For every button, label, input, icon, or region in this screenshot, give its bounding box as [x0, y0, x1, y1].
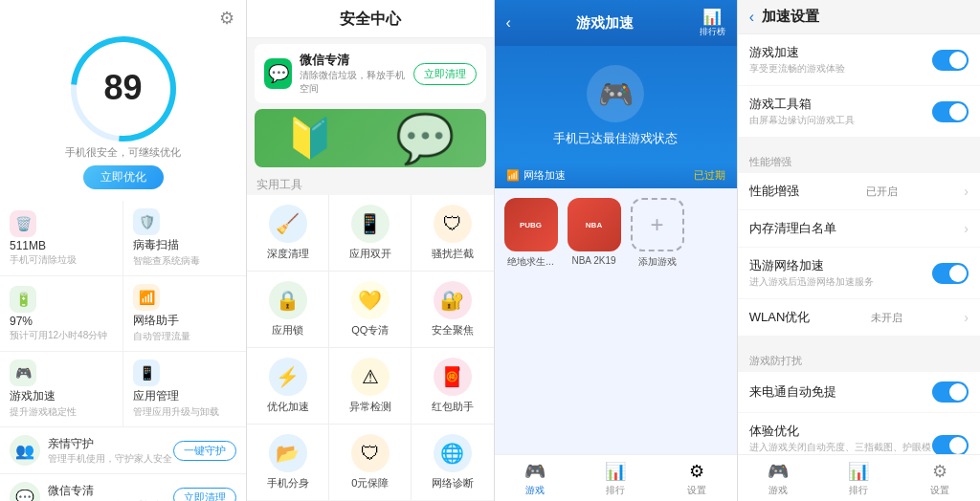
- item-sub-0-0: 享受更流畅的游戏体验: [749, 62, 845, 76]
- tool-label-11: 网络诊断: [432, 476, 474, 490]
- settings-item-1-1[interactable]: 内存清理白名单 ›: [738, 210, 980, 248]
- tool-item-9[interactable]: 📂 手机分身: [247, 425, 328, 500]
- family-guard-row[interactable]: 👥 亲情守护 管理手机使用，守护家人安全 一键守护: [10, 435, 236, 466]
- item-sub-0-1: 由屏幕边缘访问游戏工具: [749, 114, 855, 127]
- wechat-promo-icon: 💬: [395, 111, 455, 166]
- status-1-3: 未开启: [871, 311, 902, 325]
- wechat-banner[interactable]: 💬 微信专清 清除微信垃圾，释放手机空间 立即清理: [255, 44, 485, 103]
- p4-nav-game[interactable]: 🎮 游戏: [738, 455, 818, 501]
- game-boost-header: ‹ 游戏加速 📊 排行榜: [495, 0, 737, 46]
- settings-item-0-0[interactable]: 游戏加速 享受更流畅的游戏体验: [738, 34, 980, 86]
- score-value: 89: [104, 71, 143, 105]
- wechat-clean-left: 💬 微信专清 清除微信垃圾，释放手机空间: [10, 482, 172, 501]
- nav-game-label: 游戏: [525, 484, 545, 497]
- chevron-1-3: ›: [964, 310, 969, 325]
- tool-item-4[interactable]: 💛 QQ专清: [329, 272, 411, 347]
- games-list: PUBG 绝地求生... NBA NBA 2K19 + 添加游戏: [495, 188, 737, 454]
- family-guard-info: 亲情守护 管理手机使用，守护家人安全: [48, 436, 172, 466]
- settings-item-2-0[interactable]: 来电通自动免提: [738, 372, 980, 413]
- section-group-2: 来电通自动免提 体验优化 进入游戏关闭自动亮度、三指截图、护眼模式 防误触 防止…: [738, 372, 980, 454]
- settings-item-1-2[interactable]: 迅游网络加速 进入游戏后迅游网络加速服务: [738, 248, 980, 299]
- wechat-clean-button[interactable]: 立即清理: [173, 488, 236, 502]
- storage-icon: 🗑️: [10, 210, 36, 237]
- network-title: 网络助手: [133, 313, 236, 329]
- security-center-header: 安全中心: [247, 0, 493, 38]
- panel-boost-settings: ‹ 加速设置 游戏加速 享受更流畅的游戏体验 游戏工具箱 由屏幕边缘访问游戏工具…: [738, 0, 980, 501]
- tool-item-1[interactable]: 📱 应用双开: [329, 195, 411, 271]
- settings-item-0-1[interactable]: 游戏工具箱 由屏幕边缘访问游戏工具: [738, 86, 980, 138]
- game-boost-cell[interactable]: 🎮 游戏加速 提升游戏稳定性: [0, 352, 122, 426]
- wechat-clean-row[interactable]: 💬 微信专清 清除微信垃圾，释放手机空间 立即清理: [10, 482, 236, 501]
- tool-icon-5: 🔐: [434, 281, 472, 319]
- app-manager-title: 应用管理: [133, 388, 236, 404]
- p4-nav-rank[interactable]: 📊 排行: [818, 455, 899, 501]
- section-group-0: 游戏加速 享受更流畅的游戏体验 游戏工具箱 由屏幕边缘访问游戏工具: [738, 34, 980, 138]
- tool-item-5[interactable]: 🔐 安全聚焦: [412, 272, 493, 347]
- item-text-1-1: 内存清理白名单: [749, 220, 836, 237]
- tool-icon-8: 🧧: [434, 358, 472, 396]
- nav-settings[interactable]: ⚙ 设置: [656, 455, 736, 501]
- network-bar-status: 已过期: [694, 168, 725, 183]
- tool-icon-0: 🧹: [269, 205, 307, 243]
- tool-item-7[interactable]: ⚠ 异常检测: [329, 348, 411, 424]
- section-header-2: 游戏防打扰: [738, 344, 980, 372]
- nav-game[interactable]: 🎮 游戏: [495, 455, 575, 501]
- settings-item-2-1[interactable]: 体验优化 进入游戏关闭自动亮度、三指截图、护眼模式: [738, 413, 980, 454]
- p4-nav-settings[interactable]: ⚙ 设置: [900, 455, 980, 501]
- game-boost-nav: 🎮 游戏 📊 排行 ⚙ 设置: [495, 454, 737, 501]
- toggle-1-2[interactable]: [932, 263, 969, 284]
- virus-scan-cell[interactable]: 🛡️ 病毒扫描 智能查系统病毒: [123, 201, 246, 275]
- wechat-banner-button[interactable]: 立即清理: [413, 63, 477, 85]
- leaderboard-icon[interactable]: 📊: [702, 8, 722, 26]
- tool-item-8[interactable]: 🧧 红包助手: [412, 348, 493, 424]
- game-boost-sub: 提升游戏稳定性: [10, 405, 113, 419]
- tool-icon-2: 🛡: [434, 205, 472, 243]
- green-promo-banner: 🔰 💬: [255, 109, 485, 167]
- family-guard-left: 👥 亲情守护 管理手机使用，守护家人安全: [10, 435, 172, 466]
- settings-item-1-3[interactable]: WLAN优化 未开启›: [738, 299, 980, 337]
- tool-item-11[interactable]: 🌐 网络诊断: [412, 425, 493, 500]
- tool-item-10[interactable]: 🛡 0元保障: [329, 425, 411, 500]
- game-pubg[interactable]: PUBG 绝地求生...: [504, 198, 558, 269]
- pubg-thumbnail: PUBG: [504, 198, 558, 251]
- toggle-0-1[interactable]: [932, 101, 969, 122]
- feature-grid: 🗑️ 511MB 手机可清除垃圾 🛡️ 病毒扫描 智能查系统病毒 🔋 97% 预…: [0, 201, 246, 426]
- tool-label-8: 红包助手: [432, 400, 474, 414]
- game-nba[interactable]: NBA NBA 2K19: [568, 198, 621, 266]
- tool-item-2[interactable]: 🛡 骚扰拦截: [412, 195, 493, 271]
- network-cell[interactable]: 📶 网络助手 自动管理流量: [123, 276, 246, 351]
- storage-sub: 手机可清除垃圾: [10, 253, 113, 267]
- settings-item-1-0[interactable]: 性能增强 已开启›: [738, 173, 980, 210]
- tool-item-6[interactable]: ⚡ 优化加速: [247, 348, 328, 424]
- toggle-2-1[interactable]: [932, 435, 969, 455]
- family-guard-icon: 👥: [10, 435, 40, 466]
- app-manager-cell[interactable]: 📱 应用管理 管理应用升级与卸载: [123, 352, 246, 426]
- p4-nav-game-label: 游戏: [768, 484, 788, 497]
- tool-item-0[interactable]: 🧹 深度清理: [247, 195, 328, 271]
- game-hero-text: 手机已达最佳游戏状态: [553, 130, 678, 147]
- settings-icon[interactable]: ⚙: [219, 8, 234, 29]
- tool-icon-6: ⚡: [269, 358, 307, 396]
- storage-cell[interactable]: 🗑️ 511MB 手机可清除垃圾: [0, 201, 122, 275]
- add-game[interactable]: + 添加游戏: [631, 198, 684, 269]
- family-guard-section: 👥 亲情守护 管理手机使用，守护家人安全 一键守护: [0, 426, 246, 473]
- chevron-1-1: ›: [964, 221, 969, 236]
- nav-rank[interactable]: 📊 排行: [575, 455, 656, 501]
- storage-title: 511MB: [10, 239, 113, 252]
- boost-settings-back[interactable]: ‹: [749, 9, 754, 26]
- tool-label-9: 手机分身: [267, 476, 309, 490]
- tool-icon-7: ⚠: [351, 358, 390, 396]
- tools-section-label: 实用工具: [247, 173, 493, 195]
- p4-nav-game-icon: 🎮: [768, 461, 789, 482]
- toggle-0-0[interactable]: [932, 50, 969, 71]
- game-hero-area: 🎮 手机已达最佳游戏状态: [495, 46, 737, 163]
- app-manager-icon: 📱: [133, 359, 160, 386]
- optimize-button[interactable]: 立即优化: [83, 165, 164, 189]
- family-guard-button[interactable]: 一键守护: [173, 441, 236, 461]
- battery-cell[interactable]: 🔋 97% 预计可用12小时48分钟: [0, 276, 122, 351]
- tool-item-3[interactable]: 🔒 应用锁: [247, 272, 328, 347]
- panel-security-center: 安全中心 💬 微信专清 清除微信垃圾，释放手机空间 立即清理 🔰 💬 实用工具 …: [247, 0, 493, 501]
- tool-label-7: 异常检测: [349, 400, 391, 414]
- item-text-1-2: 迅游网络加速 进入游戏后迅游网络加速服务: [749, 257, 874, 289]
- toggle-2-0[interactable]: [932, 381, 969, 403]
